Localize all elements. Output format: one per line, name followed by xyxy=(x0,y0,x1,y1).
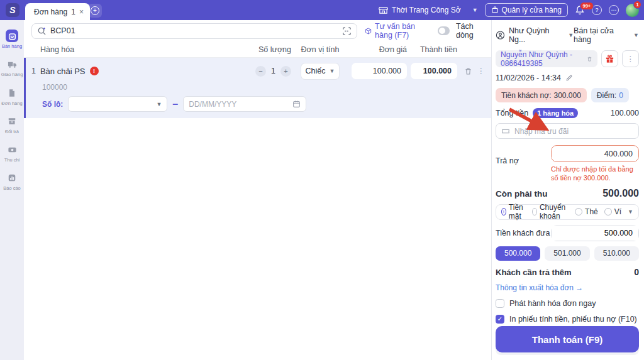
radio-vi[interactable]: Ví xyxy=(604,207,621,216)
chevron-down-icon: ▼ xyxy=(633,32,639,38)
customer-chip[interactable]: Nguyễn Như Quỳnh - 0866419385 xyxy=(496,50,597,67)
change-value: 0 xyxy=(634,267,639,277)
checkbox-checked[interactable]: ✓ xyxy=(496,315,504,324)
chevron-down-icon: ▼ xyxy=(330,68,335,74)
promo-code-field[interactable] xyxy=(496,123,639,139)
pos-app: S Đơn hàng 1 × + Thời Trang Công Sở ▼ Qu… xyxy=(0,0,644,360)
row-more-icon[interactable]: ⋮ xyxy=(477,67,485,75)
unit-price-input[interactable]: 100.000 xyxy=(352,63,407,79)
remove-customer-icon[interactable] xyxy=(587,55,592,63)
print-receipt-option[interactable]: ✓ In phiếu tính tiền, phiếu thu nợ (F10) xyxy=(496,315,639,324)
edit-pencil-icon[interactable] xyxy=(565,74,573,82)
promo-code-input[interactable] xyxy=(514,127,633,136)
denomination-button-1[interactable]: 500.000 xyxy=(496,246,540,261)
table-row[interactable]: 1 Bàn chải PS ! − 1 + Chiếc ▼ 100.000 xyxy=(24,58,491,118)
vertical-dots-icon: ⋮ xyxy=(627,55,635,63)
unit-select[interactable]: Chiếc ▼ xyxy=(301,63,340,79)
sidebar-item-label: Đơn hàng xyxy=(1,101,22,106)
customer-debt-chip: Tiền khách nợ: 300.000 xyxy=(496,88,587,102)
trash-icon[interactable] xyxy=(464,67,472,75)
expiry-date-input[interactable] xyxy=(189,100,289,109)
document-icon xyxy=(6,87,18,99)
header-product: Hàng hóa xyxy=(24,45,228,54)
cash-given-input[interactable] xyxy=(552,226,638,241)
sidebar-item-thu-chi[interactable]: Thu chi xyxy=(0,140,24,166)
toggle-knob xyxy=(439,28,445,34)
storefront-icon xyxy=(379,6,388,15)
checkbox-unchecked[interactable] xyxy=(496,299,504,308)
more-button[interactable]: ⋯ xyxy=(609,5,619,15)
issue-invoice-option[interactable]: Phát hành hóa đơn ngay xyxy=(496,299,639,308)
product-sku: 100000 xyxy=(26,83,486,92)
channel-select[interactable]: Bán tại cửa hàng ▼ xyxy=(574,26,639,44)
change-label: Khách cần trả thêm xyxy=(496,268,572,277)
gift-icon xyxy=(605,54,614,63)
expiry-date-field[interactable] xyxy=(183,96,306,112)
pay-button[interactable]: Thanh toán (F9) xyxy=(496,326,639,352)
radio-dot xyxy=(501,208,506,215)
app-logo-icon[interactable]: S xyxy=(6,3,19,17)
debt-pay-input[interactable] xyxy=(552,150,638,158)
chevron-down-icon[interactable]: ▼ xyxy=(628,209,633,215)
order-main: Tư vấn bán hàng (F7) Tách dòng Hàng hóa … xyxy=(24,20,492,360)
tab-order[interactable]: Đơn hàng 1 × xyxy=(25,3,90,20)
store-name: Thời Trang Công Sở xyxy=(392,6,461,14)
sidebar-item-ban-hang[interactable]: Bán hàng xyxy=(0,26,24,53)
points-value: 0 xyxy=(619,91,623,100)
account-menu[interactable]: 1 xyxy=(626,4,639,17)
customer-select[interactable]: Như Quỳnh Ng... ▼ xyxy=(496,26,574,44)
payment-method-group: Tiền mặt Chuyển khoản Thẻ Ví ▼ xyxy=(496,204,639,220)
denomination-button-3[interactable]: 510.000 xyxy=(594,246,639,261)
remaining-value: 500.000 xyxy=(602,188,639,199)
header-total: Thành tiền xyxy=(407,45,457,54)
radio-dot xyxy=(532,208,537,215)
lot-dash: – xyxy=(172,99,178,110)
sidebar-item-giao-hang[interactable]: Giao hàng xyxy=(0,55,24,81)
product-search-input[interactable] xyxy=(50,26,338,35)
radio-the[interactable]: Thẻ xyxy=(575,207,598,216)
total-label: Tổng tiền xyxy=(496,109,528,117)
product-search[interactable] xyxy=(31,23,357,39)
qty-value[interactable]: 1 xyxy=(271,67,275,75)
line-total[interactable]: 100.000 xyxy=(411,63,457,79)
sidebar-item-don-hang[interactable]: Đơn hàng xyxy=(0,84,24,110)
sidebar-item-doi-tra[interactable]: Đổi trả xyxy=(0,112,24,138)
sidebar-item-label: Thu chi xyxy=(4,158,20,163)
cash-given-field[interactable] xyxy=(551,226,639,241)
denomination-button-2[interactable]: 501.000 xyxy=(545,246,589,261)
radio-dot xyxy=(604,208,612,215)
table-header: Hàng hóa Số lượng Đơn vị tính Đơn giá Th… xyxy=(24,41,491,58)
manage-store-button[interactable]: Quản lý cửa hàng xyxy=(485,3,568,17)
sidebar-item-label: Báo cáo xyxy=(3,186,21,191)
cube-icon xyxy=(365,26,372,36)
qty-minus-button[interactable]: − xyxy=(255,66,266,77)
consult-sale-button[interactable]: Tư vấn bán hàng (F7) xyxy=(365,22,431,40)
tab-close-icon[interactable]: × xyxy=(79,8,84,16)
radio-chuyen-khoan[interactable]: Chuyển khoản xyxy=(532,203,569,221)
store-selector[interactable]: Thời Trang Công Sở ▼ xyxy=(379,6,478,15)
new-tab-button[interactable]: + xyxy=(88,4,102,18)
chevron-down-icon: ▼ xyxy=(472,7,478,13)
more-options-button[interactable]: ⋮ xyxy=(622,50,639,67)
barcode-scan-icon[interactable] xyxy=(342,26,352,36)
issue-invoice-label: Phát hành hóa đơn ngay xyxy=(509,299,596,308)
invoice-info-link[interactable]: Thông tin xuất hóa đơn → xyxy=(496,283,639,292)
truck-icon xyxy=(6,58,18,70)
debt-chip-label: Tiền khách nợ: xyxy=(501,91,551,100)
radio-tien-mat[interactable]: Tiền mặt xyxy=(501,203,526,221)
coupon-icon xyxy=(501,127,510,136)
unit-value: Chiếc xyxy=(306,67,326,75)
lot-select[interactable]: ▼ xyxy=(68,96,167,112)
split-line-toggle[interactable] xyxy=(438,26,450,35)
person-icon xyxy=(496,30,505,40)
sidebar-item-bao-cao[interactable]: Báo cáo xyxy=(0,168,24,195)
chevron-down-icon: ▼ xyxy=(156,101,162,107)
qty-plus-button[interactable]: + xyxy=(280,66,291,77)
sidebar-item-label: Giao hàng xyxy=(1,72,23,77)
channel-select-value: Bán tại cửa hàng xyxy=(574,26,630,44)
debt-pay-field[interactable] xyxy=(551,145,639,162)
search-plus-icon xyxy=(37,26,47,36)
promotion-button[interactable] xyxy=(601,50,618,67)
customer-select-value: Như Quỳnh Ng... xyxy=(509,26,564,44)
notifications-button[interactable]: 99+ xyxy=(575,5,585,15)
